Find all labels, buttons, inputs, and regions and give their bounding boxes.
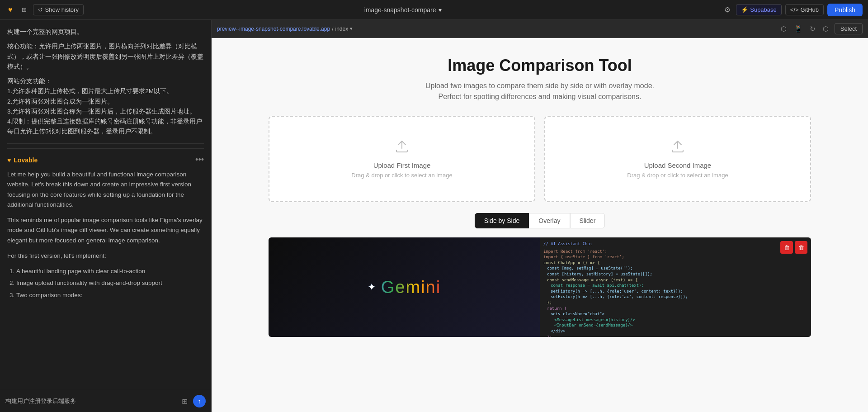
tab-side-by-side[interactable]: Side by Side	[475, 213, 529, 228]
gemini-text: Gemini	[381, 278, 441, 297]
user-input-text: 构建用户注册登录后端服务	[5, 397, 76, 405]
list-item-1: A beautiful landing page with clear call…	[16, 266, 204, 276]
upload-first-hint: Drag & drop or click to select an image	[278, 172, 525, 179]
preview-bar-right: ⬡ 📱 ↻ ⬡ Select	[779, 23, 863, 34]
lovable-header: ♥ Lovable •••	[7, 155, 204, 165]
page-chevron: ▾	[350, 26, 353, 32]
send-icon: ↑	[198, 398, 201, 405]
lovable-para-2: This reminds me of popular image compari…	[7, 215, 204, 246]
supabase-label: Supabase	[750, 6, 777, 13]
nav-left: ♥ ⊞ ↺ Show history	[5, 4, 84, 16]
lovable-para-3: For this first version, let's implement:	[7, 251, 204, 261]
tab-overlay[interactable]: Overlay	[529, 213, 570, 228]
url-separator: /	[332, 26, 333, 32]
external-link-button[interactable]: ⬡	[779, 24, 788, 34]
mobile-view-button[interactable]: 📱	[793, 24, 804, 34]
upload-second-box[interactable]: Upload Second Image Drag & drop or click…	[544, 116, 811, 202]
select-button[interactable]: Select	[835, 23, 863, 34]
list-item-2: Image upload functionality with drag-and…	[16, 278, 204, 288]
heart-icon: ♥	[8, 6, 13, 14]
gemini-logo: ✦ Gemini	[368, 278, 441, 297]
user-message-1: 构建一个完整的网页项目。 核心功能：允许用户上传两张图片，图片横向并列对比差异（…	[7, 27, 204, 137]
delete-right-button[interactable]: 🗑	[795, 241, 807, 254]
main-area: 构建一个完整的网页项目。 核心功能：允许用户上传两张图片，图片横向并列对比差异（…	[0, 20, 868, 412]
delete-buttons: 🗑 🗑	[780, 241, 807, 254]
right-panel: preview--image-snapshot-compare.lovable.…	[212, 20, 868, 412]
lovable-heart-icon: ♥	[7, 155, 11, 165]
publish-label: Publish	[835, 6, 855, 14]
trash-icon-left: 🗑	[784, 244, 790, 251]
upload-first-box[interactable]: Upload First Image Drag & drop or click …	[269, 116, 535, 202]
supabase-icon: ⚡	[741, 6, 748, 13]
project-title: image-snapshot-compare	[364, 6, 436, 14]
heart-icon-button[interactable]: ♥	[5, 4, 15, 16]
upload-row: Upload First Image Drag & drop or click …	[269, 116, 811, 202]
show-history-label: Show history	[45, 6, 79, 13]
upload-first-icon	[278, 139, 525, 157]
lovable-message: ♥ Lovable ••• Let me help you build a be…	[7, 148, 204, 300]
gemini-star-icon: ✦	[368, 282, 377, 292]
github-icon: </>	[790, 6, 799, 13]
left-panel-content: 构建一个完整的网页项目。 核心功能：允许用户上传两张图片，图片横向并列对比差异（…	[0, 20, 211, 390]
bottom-input-area: 构建用户注册登录后端服务 ⊞ ↑	[0, 390, 211, 412]
upload-second-icon	[554, 139, 801, 157]
layout-icon: ⊞	[22, 6, 27, 13]
image-icon: ⊞	[182, 398, 188, 405]
upload-second-label: Upload Second Image	[554, 161, 801, 169]
preview-bar: preview--image-snapshot-compare.lovable.…	[212, 20, 868, 38]
trash-icon-right: 🗑	[798, 244, 804, 251]
top-navbar: ♥ ⊞ ↺ Show history image-snapshot-compar…	[0, 0, 868, 20]
tool-subtitle: Upload two images to compare them side b…	[404, 81, 675, 102]
gear-icon: ⚙	[724, 6, 731, 14]
image-compare-row: ✦ Gemini // AI Assistant Chat import Rea…	[269, 237, 811, 337]
image-left-panel: ✦ Gemini	[269, 237, 540, 337]
nav-right: ⚙ ⚡ Supabase </> GitHub Publish	[722, 4, 863, 16]
lovable-name: ♥ Lovable	[7, 155, 38, 165]
comparison-tabs: Side by Side Overlay Slider	[269, 213, 811, 228]
show-history-button[interactable]: ↺ Show history	[33, 4, 84, 15]
attach-image-button[interactable]: ⊞	[180, 395, 189, 407]
page-name: index	[335, 26, 348, 32]
list-item-3: Two comparison modes:	[16, 290, 204, 300]
dropdown-icon: ▾	[439, 6, 442, 14]
tool-header: Image Comparison Tool Upload two images …	[221, 56, 859, 102]
layout-icon-button[interactable]: ⊞	[19, 5, 29, 15]
delete-left-button[interactable]: 🗑	[780, 241, 793, 254]
lovable-para-1: Let me help you build a beautiful and fu…	[7, 170, 204, 210]
history-icon: ↺	[38, 6, 43, 13]
upload-first-label: Upload First Image	[278, 161, 525, 169]
lovable-body: Let me help you build a beautiful and fu…	[7, 170, 204, 300]
bottom-actions: ⊞ ↑	[180, 395, 206, 407]
refresh-button[interactable]: ↻	[808, 24, 817, 34]
tab-slider[interactable]: Slider	[570, 213, 605, 228]
share-button[interactable]: ⬡	[821, 24, 830, 34]
publish-button[interactable]: Publish	[827, 4, 863, 16]
divider	[7, 143, 204, 144]
upload-second-hint: Drag & drop or click to select an image	[554, 172, 801, 179]
tool-title: Image Comparison Tool	[221, 56, 859, 75]
lovable-list-1: A beautiful landing page with clear call…	[16, 266, 204, 300]
preview-url-link[interactable]: preview--image-snapshot-compare.lovable.…	[217, 26, 330, 32]
github-button[interactable]: </> GitHub	[785, 4, 824, 15]
more-options-button[interactable]: •••	[195, 155, 204, 165]
preview-url: preview--image-snapshot-compare.lovable.…	[217, 26, 353, 32]
image-right-panel: // AI Assistant Chat import React from '…	[540, 237, 811, 337]
nav-center: image-snapshot-compare ▾	[364, 6, 442, 14]
supabase-button[interactable]: ⚡ Supabase	[736, 4, 782, 15]
code-image: // AI Assistant Chat import React from '…	[540, 237, 811, 337]
gemini-image: ✦ Gemini	[269, 237, 540, 337]
send-button[interactable]: ↑	[193, 395, 206, 407]
preview-content: Image Comparison Tool Upload two images …	[212, 38, 868, 412]
left-panel: 构建一个完整的网页项目。 核心功能：允许用户上传两张图片，图片横向并列对比差异（…	[0, 20, 212, 412]
github-label: GitHub	[801, 6, 819, 13]
settings-button[interactable]: ⚙	[722, 4, 732, 16]
